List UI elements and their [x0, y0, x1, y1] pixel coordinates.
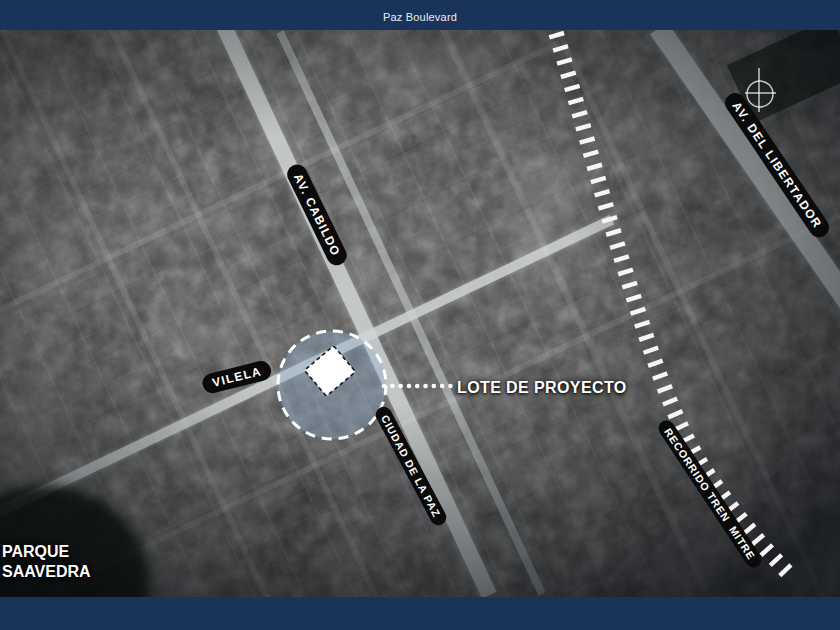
railway-mitre-track	[556, 33, 793, 578]
slide-title: Paz Boulevard	[383, 7, 457, 23]
top-bar: Paz Boulevard	[0, 0, 840, 30]
park-label-line2: SAAVEDRA	[2, 562, 91, 582]
bottom-bar	[0, 597, 840, 630]
slide-canvas: { "frame": { "top_bar_text": "Paz Boulev…	[0, 0, 840, 630]
north-compass-icon	[745, 68, 776, 112]
aerial-photo: AV. CABILDO AV. DEL LIBERTADOR VILELA CI…	[0, 30, 840, 597]
park-label-line1: PARQUE	[2, 542, 91, 562]
site-label: LOTE DE PROYECTO	[457, 379, 627, 397]
park-label: PARQUE SAAVEDRA	[2, 542, 91, 582]
